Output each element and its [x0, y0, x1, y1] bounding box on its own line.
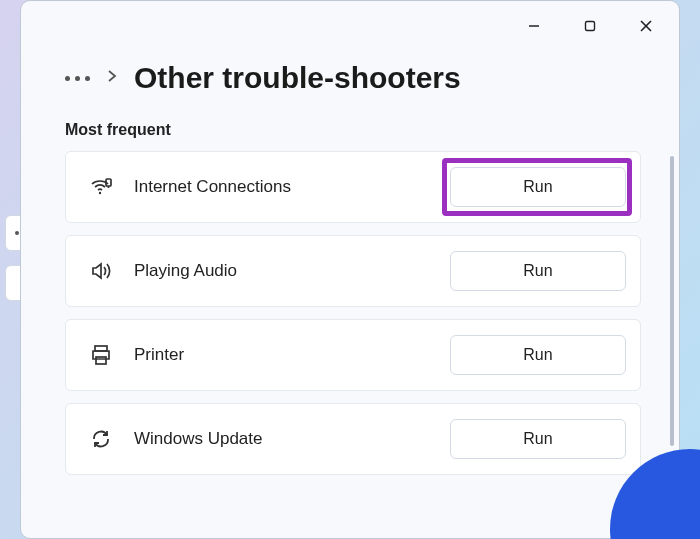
refresh-icon [86, 427, 116, 451]
breadcrumb-header: Other trouble-shooters [21, 51, 679, 121]
troubleshooter-item-label: Playing Audio [116, 261, 450, 281]
settings-window: Other trouble-shooters Most frequent Int… [20, 0, 680, 539]
page-title: Other trouble-shooters [134, 61, 461, 95]
troubleshooter-item-label: Printer [116, 345, 450, 365]
troubleshooter-item-label: Internet Connections [116, 177, 450, 197]
run-button[interactable]: Run [450, 251, 626, 291]
run-button[interactable]: Run [450, 167, 626, 207]
troubleshooter-item-playing-audio: Playing Audio Run [65, 235, 641, 307]
scrollbar[interactable] [670, 156, 674, 446]
svg-rect-5 [106, 179, 111, 186]
titlebar [21, 1, 679, 51]
more-icon[interactable] [65, 76, 90, 81]
troubleshooter-item-internet-connections: Internet Connections Run [65, 151, 641, 223]
svg-rect-8 [96, 357, 106, 364]
troubleshooter-item-printer: Printer Run [65, 319, 641, 391]
section-most-frequent-label: Most frequent [21, 121, 679, 151]
minimize-button[interactable] [511, 10, 557, 42]
svg-rect-1 [586, 22, 595, 31]
run-button[interactable]: Run [450, 335, 626, 375]
troubleshooter-item-windows-update: Windows Update Run [65, 403, 641, 475]
chevron-right-icon [106, 69, 118, 87]
speaker-icon [86, 259, 116, 283]
printer-icon [86, 343, 116, 367]
maximize-button[interactable] [567, 10, 613, 42]
svg-point-4 [99, 192, 101, 194]
close-button[interactable] [623, 10, 669, 42]
troubleshooter-list: Internet Connections Run Playing Audio R… [21, 151, 679, 475]
wifi-icon [86, 175, 116, 199]
run-button[interactable]: Run [450, 419, 626, 459]
troubleshooter-item-label: Windows Update [116, 429, 450, 449]
